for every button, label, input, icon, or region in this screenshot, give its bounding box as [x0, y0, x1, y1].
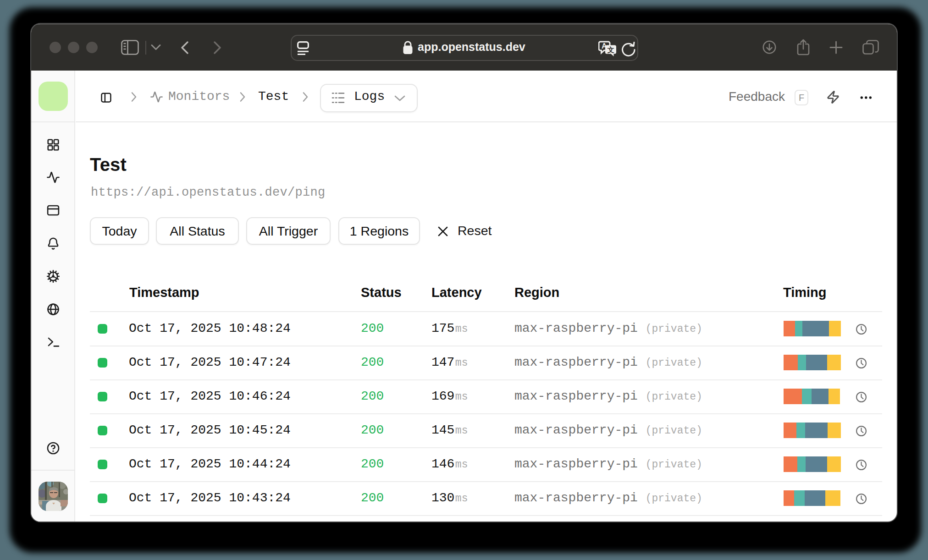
svg-text:文: 文 [607, 46, 614, 54]
